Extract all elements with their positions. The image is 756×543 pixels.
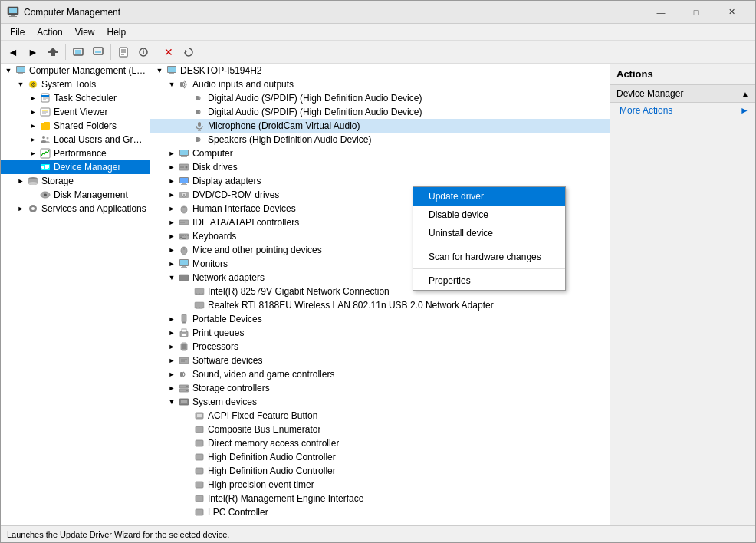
dm-computer[interactable]: ► Computer [150, 146, 610, 160]
tree-system-tools[interactable]: ▼ ⚙ System Tools [1, 77, 150, 91]
menu-file[interactable]: File [4, 25, 31, 39]
expand-software-devices[interactable]: ► [166, 354, 178, 367]
context-uninstall-device[interactable]: Uninstall device [413, 224, 565, 242]
menu-action[interactable]: Action [31, 25, 68, 39]
expand-services[interactable]: ► [15, 202, 27, 215]
hda-ctrl-1-icon [193, 451, 205, 463]
new-window-button[interactable] [89, 43, 107, 61]
dm-processors[interactable]: ► Processors [150, 340, 610, 354]
expand-event-viewer[interactable]: ► [27, 106, 39, 118]
close-button[interactable]: ✕ [714, 1, 749, 24]
expand-portable[interactable]: ► [166, 313, 178, 325]
dm-portable[interactable]: ► Portable Devices [150, 312, 610, 326]
context-update-driver[interactable]: Update driver [413, 187, 565, 206]
digital-audio-1-label: Digital Audio (S/PDIF) (High Definition … [208, 93, 422, 104]
actions-device-manager-header[interactable]: Device Manager ▲ [610, 85, 755, 103]
storage-label: Storage [41, 176, 74, 186]
expand-keyboards[interactable]: ► [166, 230, 178, 242]
tree-device-manager[interactable]: Device Manager [1, 160, 150, 174]
maximize-button[interactable]: □ [679, 1, 714, 24]
display-adapters-icon [178, 175, 190, 187]
expand-dvd[interactable]: ► [166, 189, 178, 201]
expand-dm-root[interactable]: ▼ [153, 64, 166, 77]
show-hide-console-button[interactable] [69, 43, 87, 61]
expand-system-devices[interactable]: ▼ [166, 396, 178, 408]
forward-button[interactable]: ► [24, 43, 42, 61]
expand-ide[interactable]: ► [166, 216, 178, 229]
expand-disk-drives[interactable]: ► [166, 161, 178, 173]
expand-device-manager[interactable] [27, 161, 39, 173]
expand-performance[interactable]: ► [27, 147, 39, 160]
dm-acpi[interactable]: ACPI Fixed Feature Button [150, 409, 610, 423]
expand-hid[interactable]: ► [166, 202, 178, 215]
dm-audio[interactable]: ▼ Audio inputs and outputs [150, 77, 610, 91]
expand-system-tools[interactable]: ▼ [15, 78, 27, 90]
expand-local-users[interactable]: ► [27, 133, 39, 146]
dm-digital-audio-1[interactable]: Digital Audio (S/PDIF) (High Definition … [150, 91, 610, 105]
tree-root[interactable]: ▼ Computer Management (Local [1, 64, 150, 77]
expand-audio[interactable]: ▼ [166, 78, 178, 90]
dm-realtek-net[interactable]: Realtek RTL8188EU Wireless LAN 802.11n U… [150, 298, 610, 312]
tree-performance[interactable]: ► Performance [1, 146, 150, 160]
context-scan-hardware[interactable]: Scan for hardware changes [413, 248, 565, 266]
services-icon [27, 202, 39, 215]
dm-system-devices[interactable]: ▼ System devices [150, 395, 610, 409]
expand-storage[interactable]: ► [15, 175, 27, 187]
local-users-icon [39, 133, 51, 146]
dm-intel-me[interactable]: Intel(R) Management Engine Interface [150, 492, 610, 505]
expand-display[interactable]: ► [166, 175, 178, 187]
dm-microphone[interactable]: Microphone (DroidCam Virtual Audio) [150, 119, 610, 133]
dm-digital-audio-2[interactable]: Digital Audio (S/PDIF) (High Definition … [150, 105, 610, 119]
menu-help[interactable]: Help [101, 25, 133, 39]
expand-processors[interactable]: ► [166, 341, 178, 353]
delete-button[interactable]: ✕ [159, 43, 178, 61]
expand-mice[interactable]: ► [166, 244, 178, 256]
expand-network[interactable]: ▼ [166, 272, 178, 284]
refresh-button[interactable] [179, 43, 198, 61]
svg-rect-53 [196, 110, 199, 114]
tree-task-scheduler[interactable]: ► Task Scheduler [1, 91, 150, 105]
dm-storage-ctrl[interactable]: ► Storage controllers [150, 381, 610, 395]
software-devices-label: Software devices [192, 355, 262, 366]
expand-disk-mgmt[interactable] [27, 189, 39, 201]
menu-view[interactable]: View [69, 25, 101, 39]
tree-disk-management[interactable]: Disk Management [1, 188, 150, 202]
disk-drives-icon [178, 161, 190, 173]
dm-root[interactable]: ▼ DESKTOP-I5194H2 [150, 64, 610, 77]
properties-button[interactable] [134, 43, 153, 61]
tree-local-users[interactable]: ► Local Users and Groups [1, 133, 150, 146]
context-properties[interactable]: Properties [413, 272, 565, 290]
actions-more-arrow-icon: ► [740, 105, 749, 116]
expand-storage-ctrl[interactable]: ► [166, 382, 178, 394]
dm-hpet[interactable]: High precision event timer [150, 478, 610, 492]
back-button[interactable]: ◄ [4, 43, 22, 61]
minimize-button[interactable]: — [643, 1, 679, 24]
dm-print[interactable]: ► Print queues [150, 326, 610, 340]
dm-sound[interactable]: ► Sound, video and game controllers [150, 367, 610, 381]
tree-services[interactable]: ► Services and Applications [1, 202, 150, 216]
svg-rect-49 [169, 73, 174, 74]
expand-monitors[interactable]: ► [166, 258, 178, 270]
context-disable-device[interactable]: Disable device [413, 206, 565, 224]
dm-lpc[interactable]: LPC Controller [150, 505, 610, 519]
dm-hda-ctrl-1[interactable]: High Definition Audio Controller [150, 450, 610, 464]
up-button[interactable] [44, 43, 62, 61]
expand-root[interactable]: ▼ [2, 64, 15, 77]
dm-disk-drives[interactable]: ► Disk drives [150, 160, 610, 174]
tree-storage[interactable]: ► Storage [1, 174, 150, 188]
tree-event-viewer[interactable]: ► Event Viewer [1, 105, 150, 119]
sound-label: Sound, video and game controllers [192, 369, 334, 380]
expand-shared-folders[interactable]: ► [27, 120, 39, 132]
new-taskpad-button[interactable] [114, 43, 133, 61]
dm-hda-ctrl-2[interactable]: High Definition Audio Controller [150, 464, 610, 478]
dm-dma[interactable]: Direct memory access controller [150, 436, 610, 450]
expand-computer[interactable]: ► [166, 147, 178, 160]
expand-sound[interactable]: ► [166, 368, 178, 380]
dm-speakers[interactable]: Speakers (High Definition Audio Device) [150, 133, 610, 146]
dm-composite-bus[interactable]: Composite Bus Enumerator [150, 423, 610, 436]
expand-task-scheduler[interactable]: ► [27, 92, 39, 104]
tree-shared-folders[interactable]: ► Shared Folders [1, 119, 150, 133]
expand-print[interactable]: ► [166, 327, 178, 339]
actions-more-actions[interactable]: More Actions ► [610, 103, 755, 118]
dm-software-devices[interactable]: ► Software devices [150, 354, 610, 367]
